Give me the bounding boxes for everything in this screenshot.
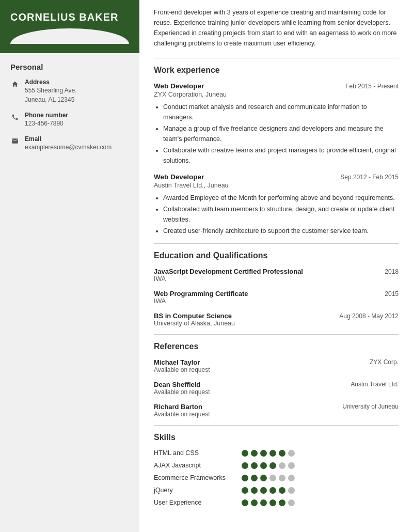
dot-filled (242, 450, 248, 457)
education-section: Education and Qualifications JavaScript … (154, 251, 399, 327)
skill-name-4: User Experience (154, 499, 242, 506)
skills-table: HTML and CSSAJAX JavascriptEcommerce Fra… (154, 449, 399, 506)
work-experience-title: Work experience (154, 66, 399, 75)
resume-container: CORNELIUS BAKER Personal Address 555 She… (0, 0, 413, 532)
edu-degree-1: Web Programming Certificate (154, 290, 248, 298)
ref-left-0: Michael Taylor Available on request (154, 358, 210, 373)
edu-year-2: Aug 2008 - May 2012 (339, 312, 399, 320)
phone-icon (10, 113, 20, 122)
dot-empty (279, 475, 285, 481)
skills-title: Skills (154, 433, 399, 442)
bullet-1-1: Collaborated with team members to struct… (163, 204, 399, 225)
skill-dots-0 (242, 450, 295, 457)
home-icon (10, 80, 20, 89)
skill-name-3: jQuery (154, 487, 242, 494)
divider-education (154, 334, 399, 335)
education-title: Education and Qualifications (154, 251, 399, 260)
skills-section: Skills HTML and CSSAJAX JavascriptEcomme… (154, 433, 399, 506)
address-line2: Juneau, AL 12345 (25, 95, 77, 104)
ref-org-1: Austin Travel Ltd. (351, 381, 399, 396)
dot-filled (251, 499, 258, 506)
candidate-name: CORNELIUS BAKER (10, 11, 129, 23)
dot-empty (279, 462, 285, 469)
dot-filled (269, 462, 276, 469)
dot-empty (288, 475, 295, 481)
skill-dots-2 (242, 475, 295, 481)
dot-filled (279, 487, 285, 494)
dot-filled (251, 450, 258, 457)
skill-name-1: AJAX Javascript (154, 462, 242, 469)
dot-empty (269, 475, 276, 481)
dot-filled (269, 499, 276, 506)
bullet-0-0: Conduct market analysis and research and… (163, 102, 399, 122)
sidebar-header: CORNELIUS BAKER (0, 0, 139, 53)
divider-summary (154, 58, 399, 58)
job-item-0: Web Developer Feb 2015 - Present ZYX Cor… (154, 82, 399, 166)
skill-dots-4 (242, 499, 295, 506)
phone-value: 123-456-7890 (25, 119, 68, 128)
email-label: Email (25, 135, 112, 143)
edu-item-2: BS in Computer Science Aug 2008 - May 20… (154, 312, 399, 327)
main-content: Front-end developer with 3 years of expe… (139, 0, 413, 532)
dot-filled (260, 462, 267, 469)
dot-filled (260, 450, 267, 457)
references-title: References (154, 342, 399, 351)
dot-filled (279, 450, 285, 457)
dot-filled (242, 475, 248, 481)
job-header-0: Web Developer Feb 2015 - Present (154, 82, 399, 90)
divider-references (154, 425, 399, 426)
job-bullets-1: Awarded Employee of the Month for perfor… (163, 193, 399, 236)
ref-avail-2: Available on request (154, 411, 210, 418)
sidebar: CORNELIUS BAKER Personal Address 555 She… (0, 0, 139, 532)
edu-inst-2: University of Alaska, Juneau (154, 320, 399, 327)
skill-row-4: User Experience (154, 499, 399, 506)
ref-name-2: Richard Barton (154, 403, 210, 411)
dot-filled (260, 499, 267, 506)
email-item: Email exampleresume@cvmaker.com (10, 135, 129, 152)
email-icon (10, 136, 20, 146)
dot-filled (242, 499, 248, 506)
edu-item-1: Web Programming Certificate 2015 IWA (154, 290, 399, 305)
ref-name-1: Dean Sheffield (154, 381, 210, 388)
bullet-0-2: Collaborate with creative teams and proj… (163, 145, 399, 166)
dot-filled (260, 475, 267, 481)
dot-filled (251, 462, 258, 469)
dot-filled (279, 499, 285, 506)
work-experience-section: Work experience Web Developer Feb 2015 -… (154, 66, 399, 236)
ref-left-1: Dean Sheffield Available on request (154, 381, 210, 396)
skill-name-0: HTML and CSS (154, 449, 242, 457)
job-item-1: Web Developer Sep 2012 - Feb 2015 Austin… (154, 173, 399, 236)
phone-text: Phone number 123-456-7890 (25, 112, 68, 128)
skill-row-3: jQuery (154, 487, 399, 494)
dot-filled (251, 475, 258, 481)
skill-row-1: AJAX Javascript (154, 462, 399, 469)
ref-name-0: Michael Taylor (154, 358, 210, 366)
divider-work (154, 243, 399, 244)
dot-filled (269, 450, 276, 457)
personal-section-title: Personal (10, 62, 129, 71)
dot-empty (288, 499, 295, 506)
bullet-1-0: Awarded Employee of the Month for perfor… (163, 193, 399, 203)
dot-filled (251, 487, 258, 494)
edu-item-0: JavaScript Development Certified Profess… (154, 268, 399, 283)
job-company-1: Austin Travel Ltd., Juneau (154, 182, 399, 189)
job-company-0: ZYX Corporation, Juneau (154, 91, 399, 98)
edu-header-0: JavaScript Development Certified Profess… (154, 268, 399, 275)
dot-filled (269, 487, 276, 494)
skill-dots-3 (242, 487, 295, 494)
edu-header-2: BS in Computer Science Aug 2008 - May 20… (154, 312, 399, 320)
dot-empty (288, 450, 295, 457)
references-section: References Michael Taylor Available on r… (154, 342, 399, 418)
address-text: Address 555 Shearling Ave. Juneau, AL 12… (25, 79, 77, 104)
ref-item-1: Dean Sheffield Available on request Aust… (154, 381, 399, 396)
address-label: Address (25, 79, 77, 86)
ref-org-0: ZYX Corp. (370, 358, 399, 373)
bullet-0-1: Manage a group of five freelance designe… (163, 123, 399, 144)
edu-year-0: 2018 (385, 268, 399, 275)
skill-name-2: Ecommerce Frameworks (154, 474, 242, 481)
bullet-1-2: Created user-friendly architecture to su… (163, 226, 399, 236)
address-item: Address 555 Shearling Ave. Juneau, AL 12… (10, 79, 129, 104)
phone-label: Phone number (25, 112, 68, 119)
email-text: Email exampleresume@cvmaker.com (25, 135, 112, 152)
skill-row-0: HTML and CSS (154, 449, 399, 457)
